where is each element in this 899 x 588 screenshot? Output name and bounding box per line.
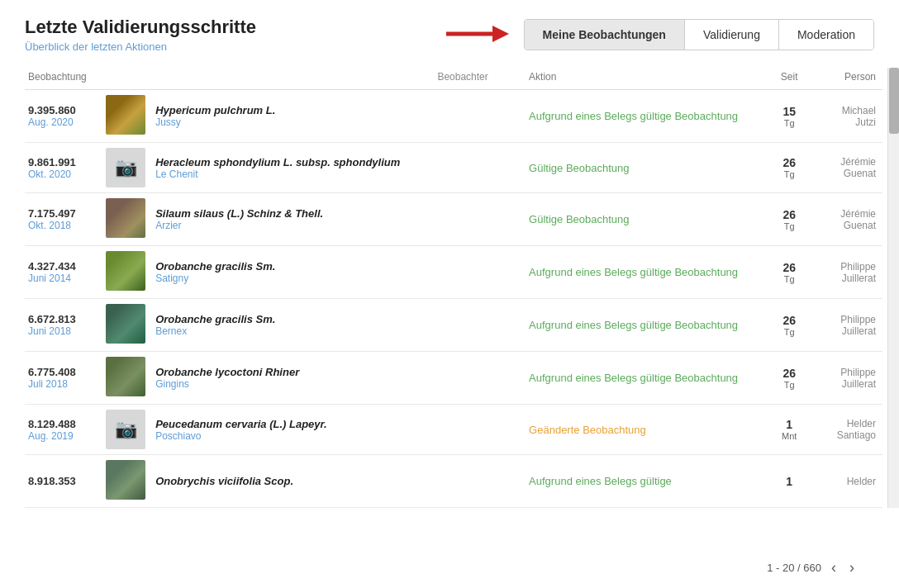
obs-aktion-cell: Aufgrund eines Belegs gültige Beobachtun… (526, 299, 768, 352)
obs-species-cell: Silaum silaus (L.) Schinz & Thell.Arzier (152, 193, 434, 246)
pagination-prev[interactable]: ‹ (828, 559, 840, 576)
obs-aktion-cell: Geänderte Beobachtung (526, 405, 768, 455)
obs-aktion-cell: Aufgrund eines Belegs gültige (526, 455, 768, 508)
table-row[interactable]: 6.672.813Juni 2018Orobanche gracilis Sm.… (25, 299, 882, 352)
obs-thumb-cell (102, 299, 152, 352)
obs-id: 9.395.860 (28, 104, 96, 116)
obs-seit-cell: 15Tg (768, 90, 814, 143)
obs-date: Juni 2018 (28, 325, 96, 337)
obs-thumb-cell: 📷 (102, 405, 152, 455)
table-row[interactable]: 6.775.408Juli 2018Orobanche lycoctoni Rh… (25, 352, 882, 405)
obs-seit-val: 26 (772, 261, 807, 274)
obs-seit-unit: Tg (772, 327, 807, 337)
obs-person-name: MichaelJutzi (817, 105, 876, 128)
obs-thumb-photo (106, 460, 145, 500)
svg-marker-1 (492, 26, 509, 42)
obs-beobachter-cell (434, 352, 526, 405)
obs-thumb-placeholder: 📷 (106, 148, 145, 187)
obs-seit-val: 1 (772, 418, 807, 431)
obs-seit-val: 26 (772, 367, 807, 380)
obs-species-cell: Orobanche gracilis Sm.Satigny (152, 246, 434, 299)
obs-person-name: PhilippeJuillerat (817, 314, 876, 337)
obs-species-cell: Peucedanum cervaria (L.) Lapeyr.Poschiav… (152, 405, 434, 455)
species-name: Silaum silaus (L.) Schinz & Thell. (155, 207, 427, 220)
obs-aktion-text: Aufgrund eines Belegs gültige Beobachtun… (529, 110, 738, 122)
obs-beobachter-cell (434, 90, 526, 143)
obs-id: 6.672.813 (28, 313, 96, 325)
obs-thumb-cell (102, 455, 152, 508)
title-block: Letzte Validierungsschritte Überblick de… (25, 17, 256, 53)
table-row[interactable]: 4.327.434Juni 2014Orobanche gracilis Sm.… (25, 246, 882, 299)
obs-person-cell: PhilippeJuillerat (814, 352, 882, 405)
obs-id-cell: 8.129.488Aug. 2019 (25, 405, 102, 455)
obs-species-cell: Onobrychis viciifolia Scop. (152, 455, 434, 508)
obs-id: 9.861.991 (28, 156, 96, 168)
obs-aktion-text: Gültige Beobachtung (529, 162, 629, 174)
obs-beobachter-cell (434, 246, 526, 299)
obs-aktion-cell: Gültige Beobachtung (526, 193, 768, 246)
obs-person-name: JérémieGuenat (817, 156, 876, 179)
species-name: Heracleum sphondylium L. subsp. sphondyl… (155, 156, 427, 168)
obs-id-cell: 8.918.353 (25, 455, 102, 508)
obs-thumb-photo (106, 95, 145, 135)
obs-id: 8.918.353 (28, 475, 96, 487)
obs-location: Satigny (155, 273, 427, 284)
obs-aktion-text: Aufgrund eines Belegs gültige Beobachtun… (529, 319, 738, 331)
col-thumb (102, 68, 152, 90)
obs-person-cell: MichaelJutzi (814, 90, 882, 143)
obs-species-cell: Hypericum pulchrum L.Jussy (152, 90, 434, 143)
tab-moderation[interactable]: Moderation (779, 20, 873, 50)
pagination-text: 1 - 20 / 660 (767, 562, 821, 574)
table-row[interactable]: 7.175.497Okt. 2018Silaum silaus (L.) Sch… (25, 193, 882, 246)
obs-id-cell: 6.672.813Juni 2018 (25, 299, 102, 352)
scrollbar[interactable] (887, 68, 899, 508)
obs-species-cell: Orobanche gracilis Sm.Bernex (152, 299, 434, 352)
col-aktion: Aktion (526, 68, 768, 90)
obs-person-cell: HelderSantiago (814, 405, 882, 455)
tab-validierung[interactable]: Validierung (685, 20, 779, 50)
observations-table: Beobachtung Beobachter Aktion Seit Perso… (25, 68, 882, 508)
obs-species-cell: Orobanche lycoctoni RhinerGingins (152, 352, 434, 405)
species-name: Onobrychis viciifolia Scop. (155, 475, 427, 487)
species-name: Orobanche gracilis Sm. (155, 260, 427, 273)
obs-seit-unit: Tg (772, 118, 807, 128)
obs-id-cell: 9.861.991Okt. 2020 (25, 143, 102, 193)
obs-location: Le Chenit (155, 168, 427, 180)
obs-id: 4.327.434 (28, 260, 96, 273)
obs-seit-unit: Tg (772, 221, 807, 231)
table-row[interactable]: 9.395.860Aug. 2020Hypericum pulchrum L.J… (25, 90, 882, 143)
obs-seit-cell: 26Tg (768, 246, 814, 299)
obs-seit-cell: 26Tg (768, 352, 814, 405)
obs-aktion-text: Gültige Beobachtung (529, 213, 629, 225)
obs-date: Juli 2018 (28, 378, 96, 390)
table-row[interactable]: 8.129.488Aug. 2019📷Peucedanum cervaria (… (25, 405, 882, 455)
obs-seit-val: 26 (772, 208, 807, 221)
obs-date: Aug. 2020 (28, 116, 96, 128)
obs-seit-val: 1 (772, 475, 807, 488)
pagination-next[interactable]: › (846, 559, 858, 576)
obs-person-cell: PhilippeJuillerat (814, 299, 882, 352)
obs-seit-val: 26 (772, 156, 807, 169)
tab-meine-beobachtungen[interactable]: Meine Beobachtungen (525, 20, 685, 50)
obs-seit-cell: 26Tg (768, 193, 814, 246)
obs-location: Jussy (155, 116, 427, 128)
species-name: Orobanche gracilis Sm. (155, 313, 427, 325)
species-name: Hypericum pulchrum L. (155, 104, 427, 116)
obs-thumb-cell (102, 193, 152, 246)
table-row[interactable]: 8.918.353Onobrychis viciifolia Scop.Aufg… (25, 455, 882, 508)
obs-date: Juni 2014 (28, 273, 96, 284)
obs-thumb-photo (106, 198, 145, 238)
obs-id: 6.775.408 (28, 366, 96, 378)
table-row[interactable]: 9.861.991Okt. 2020📷Heracleum sphondylium… (25, 143, 882, 193)
page-container: Letzte Validierungsschritte Überblick de… (0, 0, 899, 588)
obs-id: 7.175.497 (28, 207, 96, 220)
obs-person-cell: Helder (814, 455, 882, 508)
obs-location: Poschiavo (155, 430, 427, 442)
obs-aktion-text: Aufgrund eines Belegs gültige (529, 475, 672, 487)
obs-person-name: HelderSantiago (817, 418, 876, 441)
obs-id-cell: 7.175.497Okt. 2018 (25, 193, 102, 246)
obs-aktion-cell: Aufgrund eines Belegs gültige Beobachtun… (526, 352, 768, 405)
obs-seit-unit: Tg (772, 380, 807, 390)
col-person: Person (814, 68, 882, 90)
obs-beobachter-cell (434, 299, 526, 352)
